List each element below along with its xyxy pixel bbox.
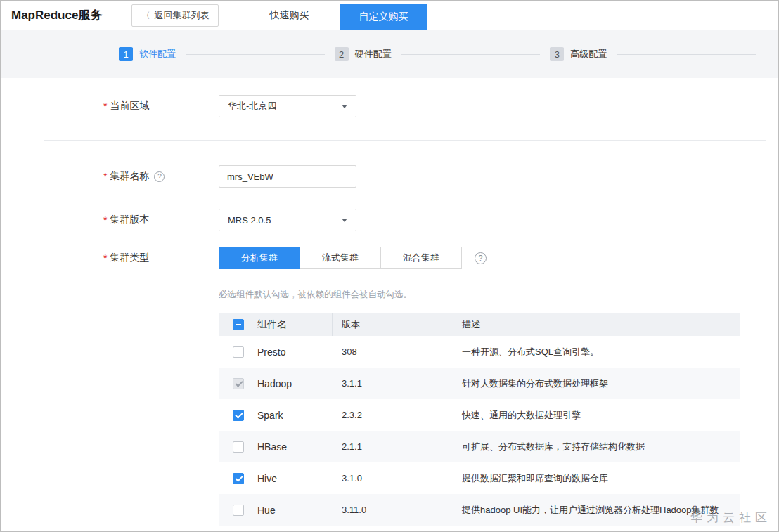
chevron-down-icon: [342, 105, 347, 108]
cluster-type-label: * 集群类型: [103, 252, 219, 264]
row-checkbox[interactable]: [233, 346, 244, 358]
required-asterisk: *: [103, 100, 107, 112]
region-row: * 当前区域 华北-北京四: [1, 95, 778, 117]
component-description: 提供hadoop UI能力，让用户通过浏览器分析处理Hadoop集群数: [442, 504, 740, 517]
row-checkbox[interactable]: [233, 473, 244, 484]
component-version: 3.1.0: [333, 473, 442, 484]
cluster-type-button-group: 分析集群 流式集群 混合集群: [219, 247, 462, 269]
tab-quick-purchase[interactable]: 快速购买: [269, 9, 309, 22]
cluster-version-row: * 集群版本 MRS 2.0.5: [1, 209, 778, 231]
table-header-checkbox-cell: [219, 319, 251, 330]
cluster-name-input[interactable]: [219, 165, 356, 188]
type-button-streaming[interactable]: 流式集群: [300, 247, 381, 269]
component-description: 提供数据汇聚和即席查询的数据仓库: [442, 472, 740, 485]
table-body: Presto 308 一种开源、分布式SQL查询引擎。 Hadoop 3.1.1…: [219, 336, 740, 526]
component-version: 2.3.2: [333, 410, 442, 420]
component-description: 针对大数据集的分布式数据处理框架: [442, 377, 740, 390]
wizard-steps: 1 软件配置 2 硬件配置 3 高级配置: [1, 30, 778, 78]
component-version: 3.1.1: [333, 378, 442, 389]
table-row-hive: Hive 3.1.0 提供数据汇聚和即席查询的数据仓库: [219, 462, 740, 494]
step-advanced-config[interactable]: 3 高级配置: [550, 47, 607, 61]
row-checkbox: [233, 378, 244, 389]
component-name: Hadoop: [251, 378, 333, 389]
component-version: 3.11.0: [333, 505, 442, 515]
region-selected-value: 华北-北京四: [228, 100, 276, 112]
tab-custom-purchase[interactable]: 自定义购买: [340, 4, 427, 30]
row-checkbox[interactable]: [233, 505, 244, 516]
cluster-name-label: * 集群名称 ?: [103, 170, 219, 183]
type-button-hybrid[interactable]: 混合集群: [380, 247, 462, 269]
help-icon[interactable]: ?: [154, 171, 165, 182]
table-row-spark: Spark 2.3.2 快速、通用的大数据处理引擎: [219, 399, 740, 431]
component-name: Spark: [251, 410, 333, 421]
required-asterisk: *: [103, 171, 107, 182]
help-icon[interactable]: ?: [475, 252, 487, 264]
component-name: Hue: [251, 505, 333, 516]
component-description: 快速、通用的大数据处理引擎: [442, 409, 740, 422]
page-title: MapReduce服务: [1, 7, 102, 23]
table-header-row: 组件名 版本 描述: [219, 313, 740, 336]
component-name: Presto: [251, 346, 333, 358]
component-description: 可扩展、分布式数据库，支持存储结构化数据: [442, 441, 740, 453]
cluster-version-label: * 集群版本: [103, 214, 219, 226]
step-connector: [186, 54, 325, 55]
region-select[interactable]: 华北-北京四: [219, 95, 356, 117]
table-row-presto: Presto 308 一种开源、分布式SQL查询引擎。: [219, 336, 740, 368]
chevron-down-icon: [342, 219, 347, 222]
step-number-badge: 2: [335, 47, 349, 61]
row-checkbox[interactable]: [233, 410, 244, 421]
chevron-left-icon: 〈: [141, 11, 150, 20]
cluster-name-row: * 集群名称 ?: [1, 165, 778, 188]
component-version: 308: [333, 346, 442, 357]
step-label: 硬件配置: [355, 48, 392, 60]
cluster-version-select[interactable]: MRS 2.0.5: [219, 209, 356, 231]
table-row-hbase: HBase 2.1.1 可扩展、分布式数据库，支持存储结构化数据: [219, 431, 740, 462]
select-all-checkbox[interactable]: [233, 319, 244, 330]
step-connector: [401, 54, 541, 55]
region-label: * 当前区域: [103, 100, 219, 112]
section-divider: [44, 140, 766, 141]
back-button-label: 返回集群列表: [154, 9, 209, 22]
component-description: 一种开源、分布式SQL查询引擎。: [442, 346, 740, 358]
back-to-cluster-list-button[interactable]: 〈 返回集群列表: [131, 4, 219, 27]
column-header-description: 描述: [442, 318, 740, 331]
step-hardware-config[interactable]: 2 硬件配置: [335, 47, 392, 61]
table-row-hue: Hue 3.11.0 提供hadoop UI能力，让用户通过浏览器分析处理Had…: [219, 494, 740, 526]
component-name: Hive: [251, 473, 333, 484]
top-bar: MapReduce服务 〈 返回集群列表 快速购买 自定义购买: [1, 1, 778, 30]
component-name: HBase: [251, 441, 333, 453]
type-button-analysis[interactable]: 分析集群: [219, 247, 300, 269]
required-asterisk: *: [103, 214, 107, 226]
mrs-purchase-page: MapReduce服务 〈 返回集群列表 快速购买 自定义购买 1 软件配置 2…: [0, 0, 779, 532]
step-number-badge: 3: [550, 47, 564, 61]
step-label: 高级配置: [570, 48, 607, 60]
component-version: 2.1.1: [333, 441, 442, 452]
row-checkbox[interactable]: [233, 441, 244, 453]
step-number-badge: 1: [119, 47, 133, 61]
step-label: 软件配置: [139, 48, 176, 60]
cluster-type-row: * 集群类型 分析集群 流式集群 混合集群 ?: [1, 247, 778, 269]
column-header-version: 版本: [333, 313, 442, 336]
required-asterisk: *: [103, 252, 107, 264]
table-row-hadoop: Hadoop 3.1.1 针对大数据集的分布式数据处理框架: [219, 368, 740, 399]
cluster-version-selected-value: MRS 2.0.5: [228, 215, 271, 226]
software-config-panel: * 当前区域 华北-北京四 * 集群名称 ? * 集群版本 MRS 2.: [1, 95, 778, 526]
step-software-config[interactable]: 1 软件配置: [119, 47, 176, 61]
step-connector: [617, 54, 756, 55]
components-table: 组件名 版本 描述 Presto 308 一种开源、分布式SQL查询引擎。 Ha…: [219, 313, 740, 526]
column-header-component: 组件名: [251, 313, 333, 336]
components-hint-text: 必选组件默认勾选，被依赖的组件会被自动勾选。: [219, 289, 778, 301]
